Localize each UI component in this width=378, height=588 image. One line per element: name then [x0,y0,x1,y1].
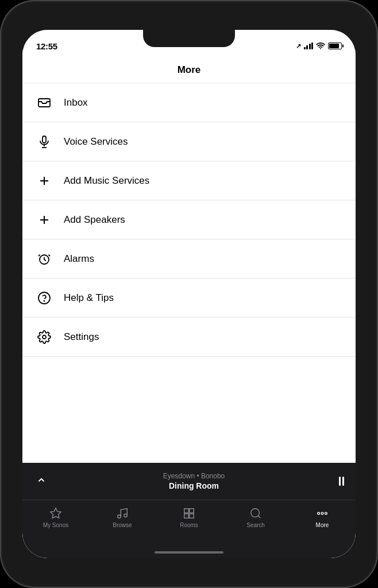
screen-content: More Inbox [22,55,356,558]
nav-item-browse[interactable]: Browse [89,506,156,529]
svg-rect-17 [184,514,188,518]
voice-services-label: Voice Services [64,136,128,148]
add-speakers-label: Add Speakers [64,214,125,226]
settings-icon [36,329,52,345]
svg-rect-0 [38,99,50,107]
alarms-label: Alarms [64,253,94,265]
home-indicator [22,547,356,558]
phone-screen: 12:55 ↗ More [22,30,356,558]
inbox-label: Inbox [64,97,88,109]
svg-point-13 [118,515,121,519]
menu-item-help[interactable]: Help & Tips [22,278,356,318]
svg-point-21 [318,512,320,514]
pause-button[interactable] [339,477,344,486]
star-icon [48,507,63,520]
my-sonos-label: My Sonos [43,522,68,528]
home-bar [155,551,223,554]
battery-icon [328,42,342,49]
svg-point-14 [124,514,128,517]
help-icon [36,290,52,306]
add-music-icon [36,173,52,189]
svg-marker-12 [51,508,61,518]
chevron-up-icon[interactable] [34,473,49,490]
svg-rect-15 [184,509,188,513]
svg-rect-18 [190,514,194,518]
add-speakers-icon [36,212,52,228]
notch [143,30,235,47]
menu-list: Inbox Voice Services [22,83,356,463]
now-playing-track: Eyesdown • Bonobo [56,472,332,480]
svg-line-20 [258,516,260,518]
search-icon [248,507,263,520]
status-icons: ↗ [296,42,342,50]
add-music-label: Add Music Services [64,175,149,187]
svg-point-19 [251,509,260,517]
svg-point-9 [38,292,50,304]
menu-item-add-speakers[interactable]: Add Speakers [22,200,356,239]
music-icon [115,507,130,520]
now-playing-room: Dining Room [56,481,332,490]
nav-item-rooms[interactable]: Rooms [156,506,222,529]
now-playing-bar[interactable]: Eyesdown • Bonobo Dining Room [22,463,356,500]
svg-rect-16 [190,509,194,513]
menu-item-inbox[interactable]: Inbox [22,83,356,122]
svg-point-23 [325,512,327,514]
nav-item-my-sonos[interactable]: My Sonos [22,506,89,529]
menu-item-alarms[interactable]: Alarms [22,239,356,278]
svg-rect-1 [43,136,46,143]
help-label: Help & Tips [64,292,114,304]
svg-point-10 [44,300,45,301]
rooms-label: Rooms [180,522,198,528]
bottom-nav: My Sonos Browse [22,500,356,547]
page-title: More [178,64,201,75]
signal-icon [304,42,314,49]
more-dots-icon [315,507,330,520]
svg-point-22 [321,512,323,514]
menu-item-voice-services[interactable]: Voice Services [22,122,356,161]
now-playing-info: Eyesdown • Bonobo Dining Room [56,472,332,490]
nav-item-more[interactable]: More [289,506,356,529]
page-title-bar: More [22,55,356,83]
microphone-icon [36,134,52,150]
phone-frame: 12:55 ↗ More [0,0,378,588]
location-icon: ↗ [296,42,301,50]
menu-item-settings[interactable]: Settings [22,318,356,357]
svg-point-11 [43,335,46,339]
search-label: Search [246,522,265,528]
wifi-icon [316,42,325,49]
menu-item-add-music[interactable]: Add Music Services [22,161,356,200]
status-time: 12:55 [36,41,57,51]
inbox-icon [36,95,52,111]
browse-label: Browse [113,522,132,528]
nav-item-search[interactable]: Search [222,506,289,529]
more-label: More [316,522,329,528]
settings-label: Settings [64,331,99,343]
rooms-icon [182,507,196,520]
alarm-icon [36,251,52,267]
